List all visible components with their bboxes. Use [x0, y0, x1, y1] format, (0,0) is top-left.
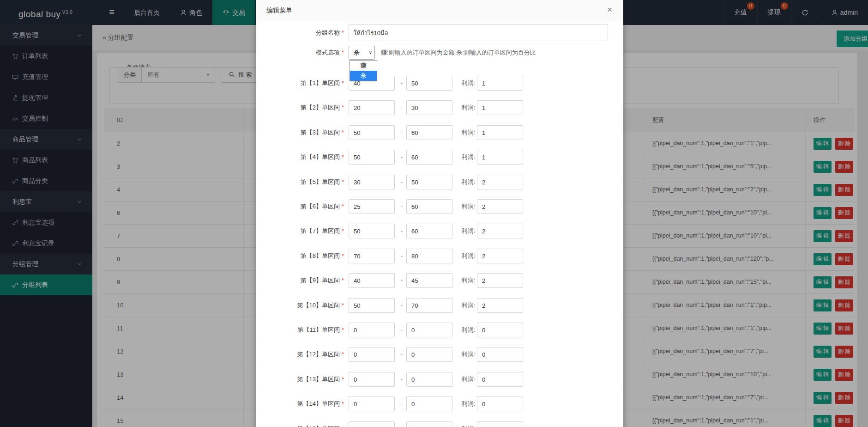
- profit-input[interactable]: [477, 347, 523, 362]
- range-to-input[interactable]: [406, 249, 452, 263]
- range-row-label: 第【1】单区间*: [265, 76, 344, 91]
- range-to-input[interactable]: [406, 76, 452, 91]
- mode-label: 模式选项*: [265, 46, 344, 60]
- range-row-label: 第【7】单区间*: [265, 224, 344, 238]
- screen: global buyV3.0 ≡ 后台首页角色交易 充值 0 提现 0 admi…: [0, 0, 868, 427]
- profit-label: 利润:: [457, 273, 475, 288]
- range-from-input[interactable]: [349, 347, 395, 362]
- range-row: 第【13】单区间*-利润:: [256, 372, 623, 387]
- range-to-input[interactable]: [406, 372, 452, 387]
- profit-input[interactable]: [477, 199, 523, 214]
- profit-input[interactable]: [477, 421, 523, 427]
- range-row: 第【11】单区间*-利润:: [256, 323, 623, 337]
- range-to-input[interactable]: [406, 150, 452, 165]
- range-from-input[interactable]: [349, 150, 395, 165]
- range-dash: -: [398, 224, 405, 238]
- range-row-label: 第【9】单区间*: [265, 273, 344, 288]
- range-row-label: 第【6】单区间*: [265, 199, 344, 214]
- range-dash: -: [398, 421, 405, 427]
- range-to-input[interactable]: [406, 347, 452, 362]
- range-from-input[interactable]: [349, 175, 395, 189]
- range-row-label: 第【2】单区间*: [265, 100, 344, 115]
- range-dash: -: [398, 249, 405, 263]
- mode-hint: 赚:则输入的订单区间为金额 杀:则输入的订单区间为百分比: [381, 46, 536, 60]
- range-from-input[interactable]: [349, 298, 395, 313]
- profit-input[interactable]: [477, 100, 523, 115]
- profit-input[interactable]: [477, 224, 523, 238]
- profit-input[interactable]: [477, 273, 523, 288]
- profit-input[interactable]: [477, 372, 523, 387]
- group-name-input[interactable]: [349, 24, 608, 41]
- profit-label: 利润:: [457, 100, 475, 115]
- range-from-input[interactable]: [349, 421, 395, 427]
- mode-select[interactable]: 杀 ∨: [349, 46, 375, 60]
- profit-label: 利润:: [457, 175, 475, 189]
- range-row-label: 第【4】单区间*: [265, 150, 344, 165]
- range-to-input[interactable]: [406, 175, 452, 189]
- range-row-label: 第【15】单区间*: [265, 421, 344, 427]
- profit-label: 利润:: [457, 421, 475, 427]
- profit-input[interactable]: [477, 249, 523, 263]
- range-row-label: 第【14】单区间*: [265, 396, 344, 411]
- group-name-label: 分组名称*: [265, 24, 344, 41]
- range-from-input[interactable]: [349, 224, 395, 238]
- range-dash: -: [398, 372, 405, 387]
- edit-menu-modal: 编辑菜单 × 分组名称* 模式选项* 杀 ∨ 赚:则输入的订单区间为金额 杀:则…: [256, 0, 623, 427]
- range-from-input[interactable]: [349, 125, 395, 140]
- profit-label: 利润:: [457, 125, 475, 140]
- mode-option-zhuan[interactable]: 赚: [350, 61, 377, 71]
- range-row: 第【10】单区间*-利润:: [256, 298, 623, 313]
- profit-input[interactable]: [477, 175, 523, 189]
- range-row-label: 第【10】单区间*: [265, 298, 344, 313]
- range-row: 第【4】单区间*-利润:: [256, 150, 623, 165]
- profit-label: 利润:: [457, 323, 475, 337]
- range-to-input[interactable]: [406, 125, 452, 140]
- range-from-input[interactable]: [349, 273, 395, 288]
- profit-input[interactable]: [477, 150, 523, 165]
- range-row: 第【2】单区间*-利润:: [256, 100, 623, 115]
- profit-input[interactable]: [477, 125, 523, 140]
- profit-label: 利润:: [457, 150, 475, 165]
- profit-input[interactable]: [477, 396, 523, 411]
- range-to-input[interactable]: [406, 421, 452, 427]
- range-row-label: 第【5】单区间*: [265, 175, 344, 189]
- range-row-label: 第【3】单区间*: [265, 125, 344, 140]
- chevron-down-icon: ∨: [369, 46, 372, 59]
- range-dash: -: [398, 273, 405, 288]
- range-row-label: 第【8】单区间*: [265, 249, 344, 263]
- range-to-input[interactable]: [406, 298, 452, 313]
- range-row: 第【15】单区间*-利润:: [256, 421, 623, 427]
- profit-input[interactable]: [477, 323, 523, 337]
- range-to-input[interactable]: [406, 224, 452, 238]
- range-to-input[interactable]: [406, 396, 452, 411]
- range-row: 第【6】单区间*-利润:: [256, 199, 623, 214]
- range-from-input[interactable]: [349, 100, 395, 115]
- range-from-input[interactable]: [349, 396, 395, 411]
- range-row: 第【9】单区间*-利润:: [256, 273, 623, 288]
- profit-label: 利润:: [457, 76, 475, 91]
- profit-input[interactable]: [477, 76, 523, 91]
- range-row-label: 第【12】单区间*: [265, 347, 344, 362]
- mode-dropdown: 赚 杀: [350, 60, 377, 81]
- range-from-input[interactable]: [349, 249, 395, 263]
- profit-label: 利润:: [457, 347, 475, 362]
- range-to-input[interactable]: [406, 273, 452, 288]
- range-to-input[interactable]: [406, 100, 452, 115]
- mode-option-sha[interactable]: 杀: [350, 71, 377, 81]
- range-row: 第【14】单区间*-利润:: [256, 396, 623, 411]
- range-from-input[interactable]: [349, 372, 395, 387]
- range-to-input[interactable]: [406, 199, 452, 214]
- range-to-input[interactable]: [406, 323, 452, 337]
- range-row: 第【12】单区间*-利润:: [256, 347, 623, 362]
- range-from-input[interactable]: [349, 199, 395, 214]
- profit-input[interactable]: [477, 298, 523, 313]
- profit-label: 利润:: [457, 199, 475, 214]
- range-dash: -: [398, 175, 405, 189]
- range-row: 第【3】单区间*-利润:: [256, 125, 623, 140]
- profit-label: 利润:: [457, 372, 475, 387]
- close-icon[interactable]: ×: [604, 0, 615, 20]
- range-from-input[interactable]: [349, 323, 395, 337]
- range-row: 第【7】单区间*-利润:: [256, 224, 623, 238]
- range-dash: -: [398, 396, 405, 411]
- modal-title: 编辑菜单: [256, 0, 623, 20]
